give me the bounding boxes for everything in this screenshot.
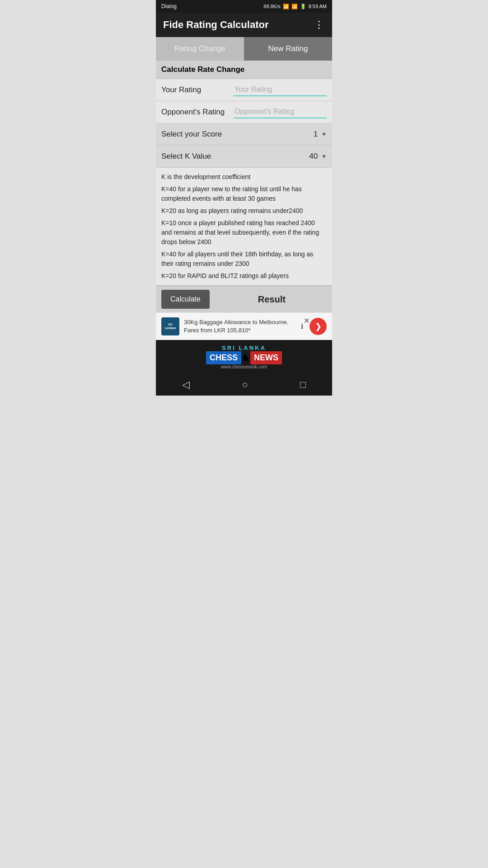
ad-banner: SriLankan 30Kg Baggage Allowance to Melb… <box>156 312 332 340</box>
back-button[interactable]: ◁ <box>182 379 190 391</box>
info-text-2: K=20 as long as players rating remains u… <box>161 206 327 216</box>
time: 8:59 AM <box>309 4 327 9</box>
info-text-3: K=10 once a player published rating has … <box>161 218 327 247</box>
chess-word: CHESS <box>206 351 241 364</box>
chess-news-main: CHESS ♞ NEWS <box>160 351 328 364</box>
app-name: Dialog <box>161 3 177 9</box>
tab-bar: Rating Change New Rating <box>156 37 332 61</box>
ad-chevron-button[interactable]: ❯ <box>310 318 327 335</box>
ad-chevron-icon: ❯ <box>315 321 322 331</box>
more-options-icon[interactable]: ⋮ <box>314 19 325 31</box>
news-word: NEWS <box>250 351 282 364</box>
ad-logo: SriLankan <box>161 317 179 335</box>
ad-text: 30Kg Baggage Allowance to Melbourne. Far… <box>184 318 296 335</box>
info-text-0: K is the development coefficient <box>161 172 327 182</box>
battery-icon: 🔋 <box>300 4 306 9</box>
kvalue-label: Select K Value <box>161 152 211 161</box>
ad-logo-text: SriLankan <box>165 323 176 330</box>
status-bar: Dialog 88.8K/s 📶 📶 🔋 8:59 AM <box>156 0 332 13</box>
section-header: Calculate Rate Change <box>156 61 332 79</box>
kvalue-chevron-icon: ▼ <box>321 153 327 160</box>
network-speed: 88.8K/s <box>263 4 280 9</box>
opponent-rating-input[interactable] <box>234 106 327 118</box>
app-title: Fide Rating Calculator <box>163 19 268 31</box>
your-rating-label: Your Rating <box>161 85 234 94</box>
app-bar: Fide Rating Calculator ⋮ <box>156 13 332 37</box>
info-text-5: K=20 for RAPID and BLITZ ratings all pla… <box>161 271 327 281</box>
kvalue-dropdown-row[interactable]: Select K Value 40 ▼ <box>156 146 332 168</box>
result-label: Result <box>217 294 327 305</box>
tab-rating-change[interactable]: Rating Change <box>156 37 244 61</box>
info-text-1: K=40 for a player new to the rating list… <box>161 184 327 203</box>
score-dropdown-row[interactable]: Select your Score 1 ▼ <box>156 123 332 146</box>
signal-icon: 📶 <box>291 4 298 9</box>
chess-knight-icon: ♞ <box>241 352 250 364</box>
score-label: Select your Score <box>161 130 222 139</box>
your-rating-row: Your Rating <box>156 79 332 101</box>
nav-bar: ◁ ○ □ <box>156 374 332 396</box>
home-button[interactable]: ○ <box>242 379 248 391</box>
recent-apps-button[interactable]: □ <box>300 379 306 391</box>
ad-close-icon[interactable]: ✕ <box>304 316 310 325</box>
chess-news-banner: SRI LANKA CHESS ♞ NEWS www.chessnewslk.c… <box>156 340 332 374</box>
chess-news-url: www.chessnewslk.com <box>160 364 328 369</box>
ad-info-icon[interactable]: ℹ <box>301 323 303 330</box>
info-text-4: K=40 for all players until their 18th bi… <box>161 250 327 269</box>
your-rating-input[interactable] <box>234 84 327 96</box>
opponent-rating-label: Opponent's Rating <box>161 108 234 117</box>
calculate-button[interactable]: Calculate <box>161 290 210 309</box>
chess-news-title: SRI LANKA <box>160 344 328 351</box>
opponent-rating-row: Opponent's Rating <box>156 101 332 123</box>
score-chevron-icon: ▼ <box>321 131 327 137</box>
status-right: 88.8K/s 📶 📶 🔋 8:59 AM <box>263 4 327 9</box>
score-value-group: 1 ▼ <box>314 130 327 139</box>
wifi-icon: 📶 <box>283 4 289 9</box>
info-section: K is the development coefficient K=40 fo… <box>156 168 332 286</box>
tab-new-rating[interactable]: New Rating <box>244 37 332 61</box>
action-bar: Calculate Result <box>156 286 332 312</box>
kvalue-value-group: 40 ▼ <box>309 152 327 161</box>
kvalue-value: 40 <box>309 152 318 161</box>
score-value: 1 <box>314 130 318 139</box>
